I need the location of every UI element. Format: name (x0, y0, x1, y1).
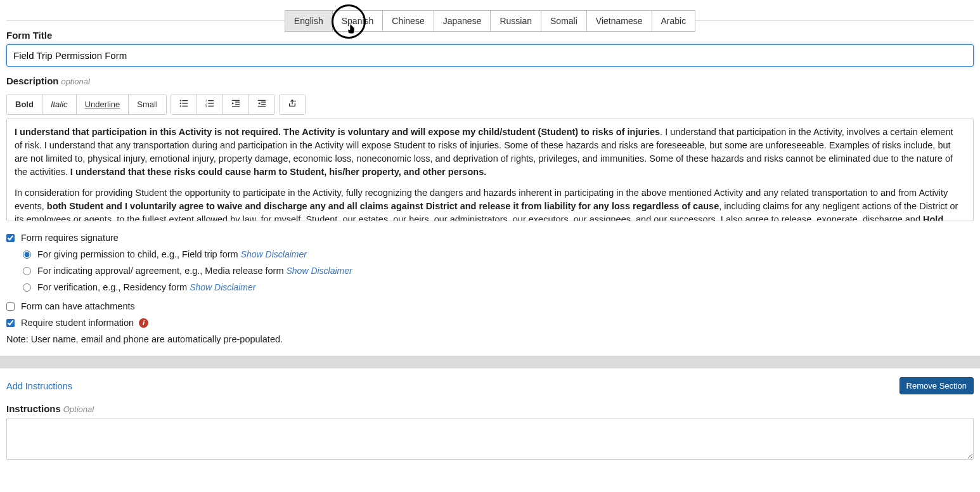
richtext-toolbar: Bold Italic Underline Small 123 (6, 94, 974, 115)
desc-bold-3: both Student and I voluntarily agree to … (47, 201, 719, 211)
bold-label: Bold (15, 100, 34, 109)
student-info-checkbox[interactable] (6, 319, 15, 327)
svg-rect-16 (232, 106, 240, 107)
info-icon[interactable]: i (139, 318, 148, 328)
export-icon (288, 99, 297, 110)
numbered-list-icon: 123 (205, 99, 214, 110)
instructions-optional: Optional (63, 405, 94, 414)
desc-bold-2: I understand that these risks could caus… (70, 167, 486, 177)
add-instructions-link[interactable]: Add Instructions (6, 381, 72, 391)
small-button[interactable]: Small (129, 94, 166, 114)
svg-rect-21 (258, 106, 266, 107)
indent-icon (257, 99, 266, 110)
signature-verification-radio[interactable] (23, 283, 31, 292)
svg-point-0 (179, 100, 181, 101)
bullet-list-icon (179, 99, 188, 110)
svg-text:3: 3 (205, 105, 207, 108)
svg-rect-14 (235, 101, 240, 102)
language-tab-bar: English Spanish Chinese Japanese Russian… (6, 10, 974, 32)
numbered-list-button[interactable]: 123 (197, 94, 223, 114)
tab-vietnamese[interactable]: Vietnamese (586, 10, 652, 32)
disclaimer-link-permission[interactable]: Show Disclaimer (241, 249, 307, 259)
form-title-input[interactable] (6, 44, 974, 67)
svg-rect-11 (208, 106, 214, 107)
outdent-button[interactable] (223, 94, 249, 114)
attachments-checkbox[interactable] (6, 302, 15, 311)
description-optional: optional (61, 77, 90, 86)
svg-marker-13 (232, 102, 235, 105)
signature-approval-label: For indicating approval/ agreement, e.g.… (37, 266, 283, 276)
underline-label: Underline (85, 100, 120, 109)
bullet-list-button[interactable] (171, 94, 197, 114)
tab-spanish[interactable]: Spanish (332, 10, 384, 32)
tab-somali[interactable]: Somali (541, 10, 587, 32)
prepopulated-note: Note: User name, email and phone are aut… (6, 334, 974, 344)
instructions-label: Instructions (6, 403, 61, 414)
tab-english[interactable]: English (285, 10, 333, 32)
disclaimer-link-approval[interactable]: Show Disclaimer (286, 266, 352, 276)
svg-rect-12 (232, 100, 240, 101)
svg-rect-9 (208, 103, 214, 103)
description-label: Description (6, 75, 59, 86)
requires-signature-label: Form requires signature (21, 233, 119, 243)
section-divider (0, 356, 980, 368)
small-label: Small (137, 100, 158, 109)
svg-rect-3 (182, 103, 188, 103)
signature-approval-radio[interactable] (23, 267, 31, 275)
indent-button[interactable] (249, 94, 274, 114)
tab-arabic[interactable]: Arabic (652, 10, 696, 32)
remove-section-button[interactable]: Remove Section (899, 377, 974, 394)
tab-spanish-label: Spanish (342, 16, 374, 26)
tab-chinese[interactable]: Chinese (382, 10, 434, 32)
signature-permission-radio[interactable] (23, 250, 31, 259)
svg-rect-20 (261, 104, 266, 105)
svg-rect-15 (235, 104, 240, 105)
svg-rect-17 (258, 100, 266, 101)
disclaimer-link-verification[interactable]: Show Disclaimer (190, 282, 255, 292)
italic-button[interactable]: Italic (42, 94, 77, 114)
desc-bold-1: I understand that participation in this … (15, 127, 660, 137)
bold-button[interactable]: Bold (7, 94, 42, 114)
italic-label: Italic (51, 100, 68, 109)
svg-point-4 (179, 105, 181, 107)
svg-rect-5 (182, 106, 188, 107)
tab-japanese[interactable]: Japanese (434, 10, 491, 32)
student-info-label: Require student information (21, 318, 134, 328)
svg-rect-1 (182, 100, 188, 101)
svg-point-2 (179, 103, 181, 104)
attachments-label: Form can have attachments (21, 301, 135, 311)
svg-rect-19 (261, 101, 266, 102)
svg-rect-7 (208, 100, 214, 101)
outdent-icon (231, 99, 240, 110)
description-editor[interactable]: I understand that participation in this … (6, 119, 974, 221)
signature-permission-label: For giving permission to child, e.g., Fi… (37, 249, 238, 259)
signature-verification-label: For verification, e.g., Residency form (37, 282, 187, 292)
tab-russian[interactable]: Russian (490, 10, 541, 32)
requires-signature-checkbox[interactable] (6, 234, 15, 242)
underline-button[interactable]: Underline (77, 94, 129, 114)
svg-marker-18 (258, 102, 261, 105)
export-button[interactable] (280, 94, 305, 114)
instructions-textarea[interactable] (6, 418, 974, 460)
